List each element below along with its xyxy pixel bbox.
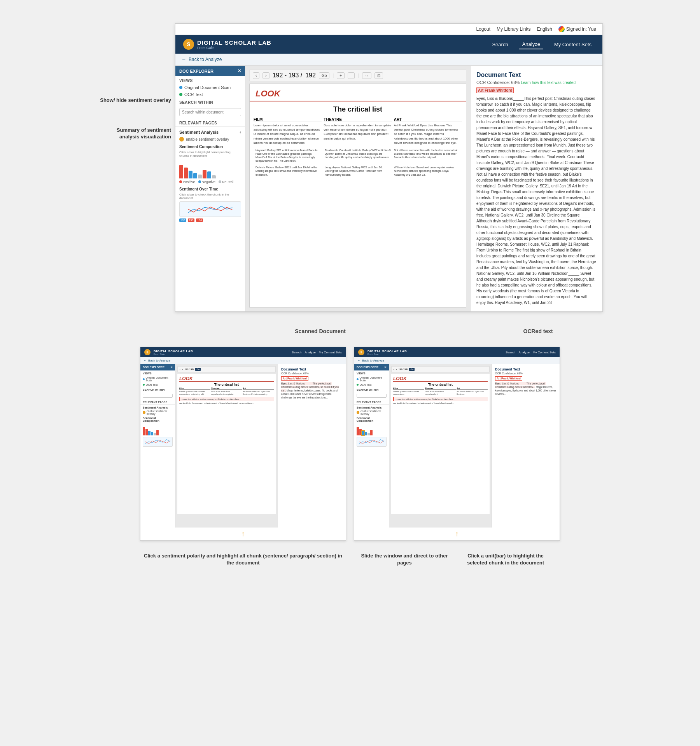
logout-link[interactable]: Logout bbox=[476, 26, 490, 32]
mini-analyze-btn-left[interactable]: Analyze bbox=[304, 351, 315, 354]
mini-bar-r4[interactable] bbox=[365, 432, 367, 435]
mini-bar-3[interactable] bbox=[148, 431, 150, 435]
theatre-col-text: Duis aute irure dolor in reprehenderit i… bbox=[324, 123, 392, 141]
mini-enable-left[interactable]: enable sentiment overlay bbox=[143, 410, 173, 415]
fit-width-btn[interactable]: ↔ bbox=[362, 72, 371, 79]
highlighted-name-row: Art Frank Whitford bbox=[476, 88, 597, 93]
mini-content-btn-right[interactable]: My Content Sets bbox=[533, 351, 556, 354]
neg-bar-2[interactable] bbox=[193, 173, 197, 178]
search-button[interactable]: Search bbox=[489, 40, 511, 49]
mini-bar-1[interactable] bbox=[143, 427, 145, 435]
mini-ocr-left[interactable]: OCR Text bbox=[140, 383, 175, 387]
mini-next-right[interactable]: › bbox=[396, 368, 397, 371]
neu-bar-1[interactable] bbox=[198, 175, 202, 178]
mini-go-left[interactable]: Go bbox=[195, 368, 201, 371]
mini-theatre-right: Theatre Duis aute irure dolor reprehende… bbox=[425, 387, 456, 396]
mini-back-left[interactable]: ← Back to Analyze bbox=[140, 357, 346, 364]
mini-highlighted-name-left: Art Frank Whitford bbox=[281, 376, 308, 381]
analyze-button[interactable]: Analyze bbox=[519, 40, 543, 49]
mini-look-left: LOOK bbox=[179, 376, 274, 382]
mini-sent-title-left: Sentiment Analysis bbox=[143, 406, 173, 409]
mini-orig-dot-right bbox=[357, 378, 359, 380]
original-scan-option[interactable]: Original Document Scan bbox=[175, 84, 245, 91]
mini-bars-left bbox=[143, 424, 173, 435]
sentiment-collapse-icon[interactable]: ‹ bbox=[240, 130, 241, 135]
mini-content-btn-left[interactable]: My Content Sets bbox=[319, 351, 342, 354]
mini-orig-scan-left[interactable]: Original Document Scan bbox=[140, 376, 175, 383]
page-marker-1[interactable]: 192 bbox=[179, 218, 186, 222]
mini-chart-left[interactable] bbox=[143, 437, 173, 447]
mini-prev-left[interactable]: ‹ bbox=[180, 368, 180, 371]
ocr-confidence: OCR Confidence: 68% Learn how this text … bbox=[476, 80, 597, 85]
sentiment-section: Sentiment Analysis ‹ enable sentiment ov… bbox=[175, 126, 245, 225]
neu-bar-2[interactable] bbox=[212, 175, 216, 178]
neg-bar-3[interactable] bbox=[207, 171, 211, 178]
ocr-text-option[interactable]: OCR Text bbox=[175, 91, 245, 98]
over-time-chart[interactable] bbox=[179, 201, 241, 217]
mini-close-left[interactable]: ✕ bbox=[170, 366, 173, 369]
signed-in-text: Signed in: Yue bbox=[566, 26, 596, 32]
doc-page-display: LOOK The critical list Film Lorem ipsum … bbox=[249, 84, 466, 307]
mini-panel-hdr-right: DOC EXPLORER ✕ bbox=[354, 364, 389, 370]
over-time-title: Sentiment Over Time bbox=[179, 187, 241, 191]
mini-bar-r5[interactable] bbox=[368, 433, 370, 435]
my-library-links[interactable]: My Library Links bbox=[497, 26, 530, 32]
mini-bar-2[interactable] bbox=[145, 429, 148, 435]
mini-prev-right[interactable]: ‹ bbox=[394, 368, 394, 371]
zoom-out-btn[interactable]: - bbox=[348, 72, 354, 79]
prev-page-btn[interactable]: ‹ bbox=[253, 72, 259, 79]
doc-row-1: Hayward Gallery SE1 until tomorrow Manet… bbox=[256, 149, 322, 162]
art-col-header: Art bbox=[394, 117, 462, 122]
my-content-sets-button[interactable]: My Content Sets bbox=[551, 40, 595, 49]
pos-bar-1[interactable] bbox=[179, 165, 183, 178]
mini-analyze-btn-right[interactable]: Analyze bbox=[518, 351, 529, 354]
go-button[interactable]: Go bbox=[319, 72, 329, 79]
mini-chart-svg-left bbox=[143, 437, 172, 446]
mini-enable-right[interactable]: enable sentiment overlay bbox=[357, 410, 387, 415]
mini-next-left[interactable]: › bbox=[182, 368, 183, 371]
mini-bar-r2[interactable] bbox=[359, 429, 362, 435]
sentiment-title: Sentiment Analysis bbox=[179, 130, 219, 135]
mini-go-right[interactable]: Go bbox=[409, 368, 415, 371]
mini-panel-hdr-left: DOC EXPLORER ✕ bbox=[140, 364, 175, 370]
mini-ocr-dot-right bbox=[357, 384, 359, 386]
pos-bar-3[interactable] bbox=[203, 170, 206, 178]
language-selector[interactable]: English bbox=[537, 26, 552, 32]
mini-search-btn-left[interactable]: Search bbox=[292, 351, 301, 354]
search-within-input[interactable] bbox=[179, 108, 241, 116]
bottom-left-screenshot: S DIGITAL SCHOLAR LAB From Gale Search A… bbox=[140, 347, 346, 541]
mini-bar-r1[interactable] bbox=[357, 427, 359, 435]
annotation-row: Scanned Document OCRed text bbox=[206, 323, 642, 339]
mini-ocr-right[interactable]: OCR Text bbox=[354, 383, 389, 387]
pos-bar-2[interactable] bbox=[184, 168, 188, 178]
close-icon[interactable]: ✕ bbox=[238, 68, 241, 73]
mini-bar-4[interactable] bbox=[151, 432, 153, 435]
page-marker-2[interactable]: 193 bbox=[188, 218, 195, 222]
back-to-analyze[interactable]: ← Back to Analyze bbox=[175, 54, 602, 66]
next-page-btn[interactable]: › bbox=[262, 72, 269, 79]
neg-bar-1[interactable] bbox=[189, 171, 192, 178]
center-doc: ‹ › 192 - 193 / 192 Go | + - | ↔ ⊡ bbox=[245, 66, 470, 311]
mini-bar-r3[interactable] bbox=[362, 431, 364, 435]
page-marker-3[interactable]: 194 bbox=[196, 218, 203, 222]
mini-back-right[interactable]: ← Back to Analyze bbox=[354, 357, 560, 364]
mini-search-input-left[interactable] bbox=[143, 394, 173, 398]
page-range: 192 - 193 / bbox=[273, 72, 303, 79]
mini-search-input-right[interactable] bbox=[357, 394, 387, 398]
mini-bar-6[interactable] bbox=[156, 430, 159, 435]
mini-bar-5[interactable] bbox=[154, 433, 156, 435]
mini-bar-r6[interactable] bbox=[370, 430, 373, 435]
bottom-ann-left: Click a sentiment polarity and highlight… bbox=[140, 549, 346, 570]
mini-chart-right[interactable] bbox=[357, 437, 387, 447]
mini-ocr-panel-title-right: Document Text bbox=[495, 367, 556, 371]
doc-row-2: Final week. Courtauld Institute Gallery … bbox=[325, 149, 391, 162]
mini-orig-scan-right[interactable]: Original Document Scan bbox=[354, 376, 389, 383]
enable-overlay-row[interactable]: enable sentiment overlay bbox=[179, 137, 241, 142]
fit-page-btn[interactable]: ⊡ bbox=[374, 72, 383, 79]
learn-link[interactable]: Learn how this text was created bbox=[521, 80, 576, 85]
mini-search-btn-right[interactable]: Search bbox=[506, 351, 515, 354]
zoom-in-btn[interactable]: + bbox=[337, 72, 345, 79]
mini-conf-right: OCR Confidence: 68% bbox=[495, 372, 556, 375]
mini-close-right[interactable]: ✕ bbox=[384, 366, 387, 369]
mini-orig-dot-left bbox=[143, 378, 145, 380]
